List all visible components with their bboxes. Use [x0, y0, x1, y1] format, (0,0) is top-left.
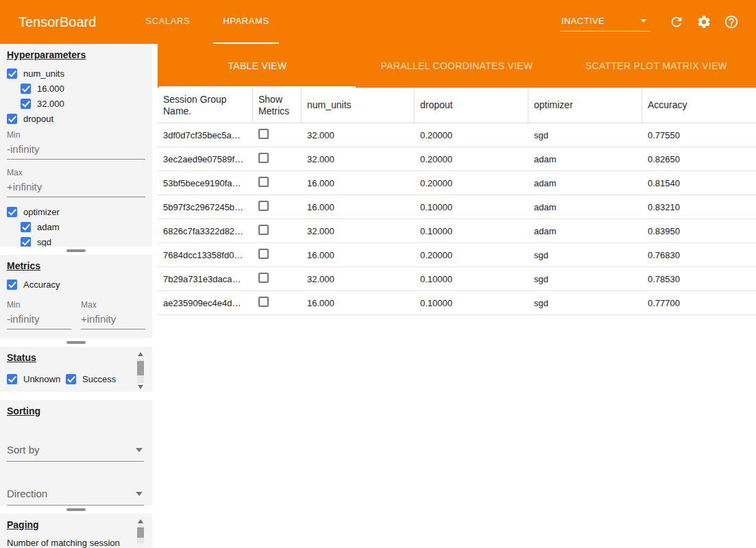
metric-max-input[interactable] — [81, 311, 145, 329]
dropout-min-label: Min — [7, 130, 145, 140]
metrics-panel: Metrics Accuracy Min Max — [0, 255, 152, 338]
show-metrics-checkbox[interactable] — [258, 297, 269, 307]
paging-scrollbar[interactable] — [137, 519, 144, 545]
gear-icon — [696, 14, 711, 29]
dropout-cell: 0.10000 — [415, 226, 528, 236]
dropout-max-label: Max — [7, 168, 145, 177]
help-button[interactable] — [720, 11, 742, 33]
status-row-running: Running — [66, 390, 137, 392]
dropout-checkbox[interactable] — [7, 114, 17, 124]
optimizer-cell: sgd — [528, 130, 642, 140]
metric-row-accuracy: Accuracy — [7, 278, 145, 290]
show-metrics-cell — [253, 153, 302, 165]
running-checkbox[interactable] — [66, 392, 76, 393]
resize-handle[interactable] — [66, 249, 86, 252]
metric-min-field: Min — [7, 300, 71, 329]
optimizer-cell: sgd — [528, 250, 642, 260]
unknown-label: Unknown — [23, 374, 60, 384]
sgd-checkbox[interactable] — [21, 237, 31, 247]
status-row-success: Success — [66, 373, 137, 385]
num-units-checkbox[interactable] — [7, 68, 17, 79]
show-metrics-checkbox[interactable] — [258, 273, 269, 283]
dropout-cell: 0.10000 — [415, 274, 528, 284]
session-group-name-cell: 7b29a731e3daca… — [158, 274, 253, 284]
top-nav-tabs: SCALARS HPARAMS — [129, 0, 285, 44]
status-scrollbar[interactable] — [137, 352, 144, 389]
status-row-unknown: Unknown — [7, 373, 66, 385]
settings-button[interactable] — [693, 11, 715, 33]
status-row-failure: Failure — [7, 390, 66, 392]
tab-table-view[interactable]: TABLE VIEW — [158, 44, 357, 88]
accuracy-cell: 0.77550 — [642, 130, 756, 140]
dropout-max-field: Max — [7, 168, 145, 197]
num-units-cell: 16.000 — [302, 178, 415, 188]
show-metrics-cell — [253, 129, 302, 141]
num-units-cell: 16.000 — [302, 202, 415, 212]
show-metrics-cell — [253, 225, 302, 237]
show-metrics-checkbox[interactable] — [258, 177, 269, 187]
scrollbar-thumb[interactable] — [137, 527, 144, 538]
table-row: 3ec2aed9e07589f… 32.000 0.20000 adam 0.8… — [158, 147, 756, 171]
column-header-session-group-name: Session Group Name. — [158, 88, 253, 123]
num-units-cell: 16.000 — [302, 250, 415, 260]
table-row: 53bf5bece9190fa… 16.000 0.20000 adam 0.8… — [158, 171, 756, 195]
scrollbar-track[interactable] — [137, 358, 144, 383]
chevron-down-icon — [637, 14, 650, 27]
scrollbar-down-icon[interactable] — [138, 385, 143, 389]
metric-min-input[interactable] — [7, 311, 71, 329]
column-header-dropout: dropout — [415, 88, 528, 123]
show-metrics-checkbox[interactable] — [258, 129, 269, 139]
resize-handle[interactable] — [66, 341, 86, 344]
reload-status-dropdown[interactable]: INACTIVE — [560, 12, 650, 32]
success-label: Success — [82, 374, 116, 384]
refresh-button[interactable] — [666, 11, 687, 33]
sorting-panel: Sorting Sort by Direction — [0, 400, 152, 506]
show-metrics-cell — [253, 297, 302, 309]
adam-checkbox[interactable] — [21, 222, 31, 232]
table-row: 7b29a731e3daca… 32.000 0.10000 sgd 0.785… — [158, 267, 756, 291]
adam-label: adam — [37, 222, 60, 232]
direction-value: Direction — [7, 488, 47, 499]
dropout-label: dropout — [23, 114, 53, 124]
metrics-minmax-row: Min Max — [7, 293, 145, 329]
hparam-row-sgd: sgd — [21, 236, 145, 247]
accuracy-label: Accuracy — [23, 279, 60, 290]
optimizer-checkbox[interactable] — [7, 207, 17, 217]
tensorboard-app: TensorBoard SCALARS HPARAMS INACTIVE — [0, 0, 756, 548]
tab-hparams[interactable]: HPARAMS — [213, 0, 279, 44]
failure-checkbox[interactable] — [7, 392, 17, 393]
show-metrics-checkbox[interactable] — [258, 201, 269, 211]
scrollbar-up-icon[interactable] — [138, 519, 143, 523]
optimizer-cell: sgd — [528, 298, 642, 308]
metric-min-label: Min — [7, 300, 71, 310]
success-checkbox[interactable] — [66, 374, 76, 384]
scrollbar-track[interactable] — [137, 525, 144, 543]
show-metrics-cell — [253, 249, 302, 261]
tab-scalars[interactable]: SCALARS — [136, 0, 199, 44]
dropout-max-input[interactable] — [7, 179, 145, 197]
value-32-checkbox[interactable] — [21, 99, 31, 109]
scrollbar-thumb[interactable] — [137, 361, 144, 376]
show-metrics-checkbox[interactable] — [258, 249, 269, 259]
running-label: Running — [82, 392, 115, 393]
accuracy-checkbox[interactable] — [7, 279, 17, 290]
optimizer-cell: adam — [528, 178, 642, 188]
dropout-min-input[interactable] — [7, 141, 145, 160]
refresh-icon — [669, 14, 684, 29]
tab-parallel-coordinates-view[interactable]: PARALLEL COORDINATES VIEW — [357, 44, 557, 88]
chevron-down-icon — [136, 492, 143, 496]
tab-scatter-plot-matrix-view[interactable]: SCATTER PLOT MATRIX VIEW — [557, 44, 756, 88]
value-16-checkbox[interactable] — [21, 84, 31, 94]
resize-handle[interactable] — [66, 508, 86, 511]
show-metrics-checkbox[interactable] — [258, 153, 269, 163]
scrollbar-up-icon[interactable] — [138, 352, 143, 356]
num-units-cell: 32.000 — [302, 130, 415, 140]
sort-by-dropdown[interactable]: Sort by — [7, 441, 144, 462]
table-body: 3df0d7cf35bec5a… 32.000 0.20000 sgd 0.77… — [158, 123, 756, 315]
direction-dropdown[interactable]: Direction — [7, 485, 144, 506]
unknown-checkbox[interactable] — [7, 374, 17, 384]
show-metrics-checkbox[interactable] — [258, 225, 269, 235]
column-header-show-metrics: Show Metrics — [253, 88, 302, 123]
accuracy-cell: 0.81540 — [642, 178, 756, 188]
hparam-row-optimizer: optimizer — [7, 206, 145, 218]
